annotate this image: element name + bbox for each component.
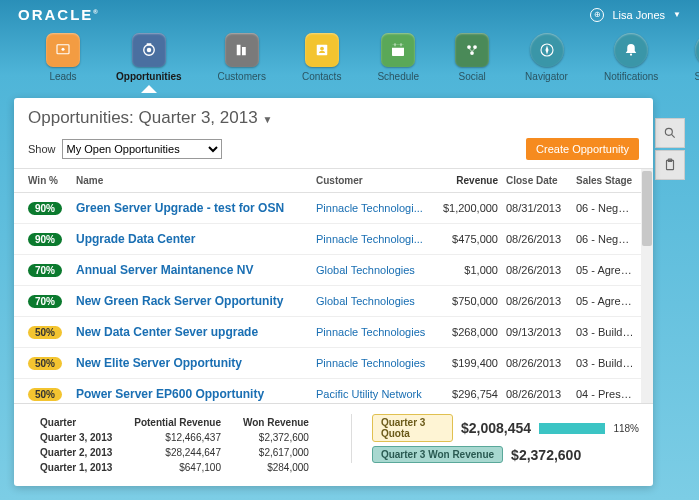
close-date-cell: 08/26/2013 bbox=[506, 264, 576, 276]
search-button[interactable] bbox=[655, 118, 685, 148]
chevron-down-icon: ▼ bbox=[262, 114, 272, 125]
nav-social[interactable]: Social bbox=[455, 33, 489, 82]
clipboard-button[interactable] bbox=[655, 150, 685, 180]
user-area[interactable]: ⊕ Lisa Jones ▼ bbox=[590, 8, 681, 22]
revenue-cell: $268,000 bbox=[436, 326, 506, 338]
nav-settings[interactable]: Settings bbox=[694, 33, 699, 82]
table-row[interactable]: 90% Green Server Upgrade - test for OSN … bbox=[14, 193, 653, 224]
nav-label: Social bbox=[458, 71, 485, 82]
nav-label: Opportunities bbox=[116, 71, 182, 82]
win-pill: 70% bbox=[28, 295, 62, 308]
win-pill: 90% bbox=[28, 233, 62, 246]
stage-cell: 05 - Agreement bbox=[576, 295, 635, 307]
col-close[interactable]: Close Date bbox=[506, 175, 576, 186]
opportunity-name-link[interactable]: Annual Server Maintanence NV bbox=[76, 263, 316, 277]
nav-notifications[interactable]: Notifications bbox=[604, 33, 658, 82]
table-row[interactable]: 50% New Elite Server Opportunity Pinnacl… bbox=[14, 348, 653, 379]
win-pill: 90% bbox=[28, 202, 62, 215]
kpi-quota-bar bbox=[539, 423, 605, 434]
win-pill: 50% bbox=[28, 357, 62, 370]
table-row[interactable]: 70% Annual Server Maintanence NV Global … bbox=[14, 255, 653, 286]
nav-schedule[interactable]: Schedule bbox=[377, 33, 419, 82]
win-pill: 50% bbox=[28, 326, 62, 339]
nav-leads[interactable]: Leads bbox=[46, 33, 80, 82]
svg-line-20 bbox=[671, 134, 674, 137]
svg-rect-4 bbox=[147, 43, 152, 45]
customer-link[interactable]: Pinnacle Technologi... bbox=[316, 202, 436, 214]
page-title[interactable]: Opportunities: Quarter 3, 2013 ▼ bbox=[28, 108, 639, 128]
kpi-won: Quarter 3 Won Revenue $2,372,600 bbox=[372, 446, 581, 463]
controls-row: Show My Open Opportunities Create Opport… bbox=[14, 134, 653, 168]
win-pill: 50% bbox=[28, 388, 62, 401]
opportunity-name-link[interactable]: Upgrade Data Center bbox=[76, 232, 316, 246]
table-row[interactable]: 50% Power Server EP600 Opportunity Pacif… bbox=[14, 379, 653, 403]
nav-opportunities[interactable]: Opportunities bbox=[116, 33, 182, 82]
svg-point-13 bbox=[467, 45, 471, 49]
stage-cell: 04 - Present... bbox=[576, 388, 635, 400]
user-name: Lisa Jones bbox=[612, 9, 665, 21]
contacts-icon bbox=[305, 33, 339, 67]
col-customer[interactable]: Customer bbox=[316, 175, 436, 186]
opportunity-name-link[interactable]: New Data Center Sever upgrade bbox=[76, 325, 316, 339]
close-date-cell: 08/26/2013 bbox=[506, 295, 576, 307]
opportunity-name-link[interactable]: Power Server EP600 Opportunity bbox=[76, 387, 316, 401]
summary-row: Quarter 3, 2013$12,466,437$2,372,600 bbox=[30, 431, 319, 444]
stage-cell: 05 - Agreement bbox=[576, 264, 635, 276]
customer-link[interactable]: Global Technologies bbox=[316, 264, 436, 276]
top-bar: ORACLE® ⊕ Lisa Jones ▼ bbox=[0, 0, 699, 33]
settings-icon bbox=[695, 33, 699, 67]
svg-rect-5 bbox=[236, 45, 240, 56]
social-icon bbox=[455, 33, 489, 67]
kpi-won-label: Quarter 3 Won Revenue bbox=[372, 446, 503, 463]
nav-navigator[interactable]: Navigator bbox=[525, 33, 568, 82]
revenue-cell: $1,200,000 bbox=[436, 202, 506, 214]
nav-customers[interactable]: Customers bbox=[218, 33, 266, 82]
col-revenue[interactable]: Revenue bbox=[436, 175, 506, 186]
svg-point-19 bbox=[665, 128, 672, 135]
nav-label: Contacts bbox=[302, 71, 341, 82]
opportunity-name-link[interactable]: Green Server Upgrade - test for OSN bbox=[76, 201, 316, 215]
close-date-cell: 08/26/2013 bbox=[506, 388, 576, 400]
customers-icon bbox=[225, 33, 259, 67]
opportunity-name-link[interactable]: New Elite Server Opportunity bbox=[76, 356, 316, 370]
customer-link[interactable]: Pinnacle Technologies bbox=[316, 357, 436, 369]
stage-cell: 03 - Building ... bbox=[576, 357, 635, 369]
kpi-quota-pct: 118% bbox=[613, 423, 639, 434]
close-date-cell: 08/31/2013 bbox=[506, 202, 576, 214]
customer-link[interactable]: Pacific Utility Network bbox=[316, 388, 436, 400]
table-row[interactable]: 50% New Data Center Sever upgrade Pinnac… bbox=[14, 317, 653, 348]
user-icon: ⊕ bbox=[590, 8, 604, 22]
customer-link[interactable]: Pinnacle Technologi... bbox=[316, 233, 436, 245]
opportunity-name-link[interactable]: New Green Rack Server Opportunity bbox=[76, 294, 316, 308]
nav-label: Settings bbox=[694, 71, 699, 82]
nav-label: Schedule bbox=[377, 71, 419, 82]
col-win[interactable]: Win % bbox=[28, 175, 76, 186]
scrollbar[interactable] bbox=[641, 169, 653, 403]
kpi-quota-value: $2,008,454 bbox=[461, 420, 531, 436]
nav-contacts[interactable]: Contacts bbox=[302, 33, 341, 82]
col-stage[interactable]: Sales Stage bbox=[576, 175, 635, 186]
svg-point-8 bbox=[320, 47, 324, 51]
scrollbar-thumb[interactable] bbox=[642, 171, 652, 246]
customer-link[interactable]: Global Technologies bbox=[316, 295, 436, 307]
svg-rect-10 bbox=[392, 45, 404, 48]
revenue-cell: $1,000 bbox=[436, 264, 506, 276]
create-opportunity-button[interactable]: Create Opportunity bbox=[526, 138, 639, 160]
close-date-cell: 08/26/2013 bbox=[506, 233, 576, 245]
table-row[interactable]: 70% New Green Rack Server Opportunity Gl… bbox=[14, 286, 653, 317]
svg-rect-6 bbox=[242, 47, 246, 55]
revenue-cell: $199,400 bbox=[436, 357, 506, 369]
notifications-icon bbox=[614, 33, 648, 67]
kpi-won-value: $2,372,600 bbox=[511, 447, 581, 463]
nav-label: Navigator bbox=[525, 71, 568, 82]
col-name[interactable]: Name bbox=[76, 175, 316, 186]
summary-table: QuarterPotential RevenueWon Revenue Quar… bbox=[28, 414, 321, 476]
table-row[interactable]: 90% Upgrade Data Center Pinnacle Technol… bbox=[14, 224, 653, 255]
customer-link[interactable]: Pinnacle Technologies bbox=[316, 326, 436, 338]
svg-point-1 bbox=[62, 48, 65, 51]
svg-point-3 bbox=[147, 48, 152, 53]
nav-label: Leads bbox=[49, 71, 76, 82]
nav-label: Customers bbox=[218, 71, 266, 82]
revenue-cell: $296,754 bbox=[436, 388, 506, 400]
filter-select[interactable]: My Open Opportunities bbox=[62, 139, 222, 159]
